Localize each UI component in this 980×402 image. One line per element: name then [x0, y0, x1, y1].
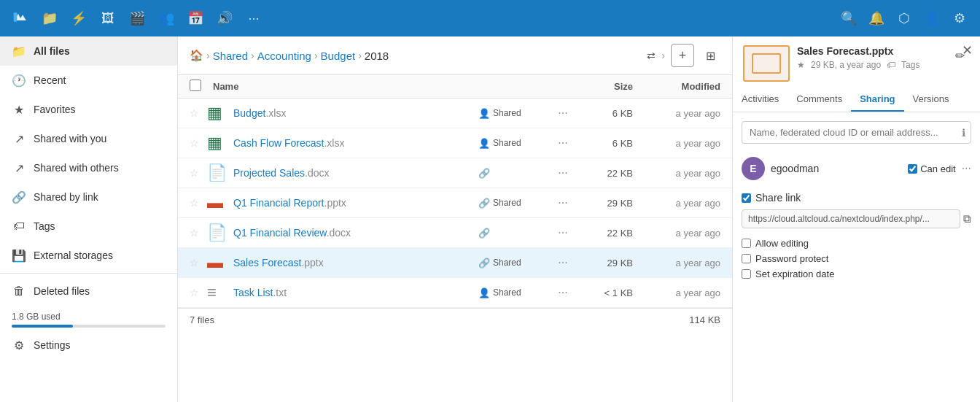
table-row[interactable]: ☆ ▬ Sales Forecast.pptx 🔗Shared ··· 29 K… — [178, 248, 732, 278]
star-icon: ★ — [12, 102, 26, 117]
share-option-set-expiration[interactable]: Set expiration date — [742, 266, 971, 282]
favorite-star[interactable]: ☆ — [190, 227, 207, 239]
file-more-button[interactable]: ··· — [551, 256, 575, 269]
sidebar-item-shared-with-you[interactable]: ↗ Shared with you — [0, 124, 177, 153]
file-basename[interactable]: Q1 Financial Report — [233, 197, 324, 209]
nav-activity[interactable]: ⚡ — [66, 5, 92, 31]
breadcrumb-budget[interactable]: Budget — [321, 50, 356, 62]
table-row[interactable]: ☆ ▦ Cash Flow Forecast.xlsx 👤Shared ··· … — [178, 128, 732, 158]
info-icon: ℹ — [962, 127, 965, 139]
file-size: 29 KB — [575, 198, 633, 209]
col-modified-header[interactable]: Modified — [633, 81, 720, 92]
sidebar-item-all-files[interactable]: 📁 All files — [0, 36, 177, 66]
file-more-button[interactable]: ··· — [551, 166, 575, 179]
shared-label: Shared — [493, 138, 521, 148]
file-basename[interactable]: Cash Flow Forecast — [233, 137, 324, 149]
share-search-input[interactable] — [742, 121, 971, 144]
file-name: Task List.txt — [233, 287, 478, 298]
nav-calendar[interactable]: 📅 — [182, 5, 209, 31]
nav-audio[interactable]: 🔊 — [211, 5, 238, 31]
file-basename[interactable]: Task List — [233, 287, 273, 298]
file-more-button[interactable]: ··· — [551, 196, 575, 209]
sidebar-item-shared-with-others[interactable]: ↗ Shared with others — [0, 153, 177, 182]
file-more-button[interactable]: ··· — [551, 226, 575, 239]
share-option-allow-editing[interactable]: Allow editing — [742, 236, 971, 251]
nav-video[interactable]: 🎬 — [124, 5, 150, 31]
file-modified: a year ago — [633, 228, 720, 239]
nav-more[interactable]: ··· — [241, 5, 267, 31]
share-link-checkbox[interactable] — [742, 193, 751, 203]
sidebar-item-deleted-files[interactable]: 🗑 Deleted files — [0, 277, 177, 306]
sidebar: 📁 All files 🕐 Recent ★ Favorites ↗ Share… — [0, 36, 178, 402]
share-link-input[interactable] — [742, 209, 960, 228]
can-edit-checkbox[interactable] — [908, 164, 917, 174]
file-more-button[interactable]: ··· — [551, 136, 575, 150]
file-basename[interactable]: Budget — [233, 107, 265, 119]
sidebar-item-settings[interactable]: ⚙ Settings — [0, 331, 177, 360]
nav-files[interactable]: 📁 — [36, 5, 63, 31]
panel-close-button[interactable]: ✕ — [962, 42, 973, 58]
col-size-header[interactable]: Size — [575, 81, 633, 92]
set-expiration-checkbox[interactable] — [742, 269, 751, 279]
copy-link-icon[interactable]: ⧉ — [963, 212, 971, 225]
select-all-checkbox[interactable] — [190, 80, 201, 91]
sidebar-label-shared-by-link: Shared by link — [34, 191, 98, 203]
account-icon[interactable]: 👤 — [919, 5, 945, 31]
favorite-star[interactable]: ☆ — [190, 167, 207, 179]
apps-icon[interactable]: ⬡ — [891, 5, 917, 31]
sidebar-item-recent[interactable]: 🕐 Recent — [0, 66, 177, 95]
panel-tabs: Activities Comments Sharing Versions — [733, 88, 980, 112]
nav-contacts[interactable]: 👥 — [153, 5, 179, 31]
breadcrumb-share-icon[interactable]: ⇄ — [647, 50, 656, 61]
file-basename[interactable]: Projected Sales — [233, 167, 305, 179]
file-rows: ☆ ▦ Budget.xlsx 👤Shared ··· 6 KB a year … — [178, 98, 732, 308]
favorite-star[interactable]: ☆ — [190, 137, 207, 149]
file-more-button[interactable]: ··· — [551, 286, 575, 299]
allow-editing-checkbox[interactable] — [742, 239, 751, 248]
notifications-icon[interactable]: 🔔 — [863, 5, 890, 31]
breadcrumb-home[interactable]: 🏠 — [190, 49, 203, 62]
table-row[interactable]: ☆ ≡ Task List.txt 👤Shared ··· < 1 KB a y… — [178, 278, 732, 308]
user-more-button[interactable]: ··· — [962, 162, 971, 175]
tab-comments[interactable]: Comments — [788, 88, 851, 112]
table-row[interactable]: ☆ ▦ Budget.xlsx 👤Shared ··· 6 KB a year … — [178, 98, 732, 128]
file-basename[interactable]: Sales Forecast — [233, 257, 301, 268]
tab-activities[interactable]: Activities — [733, 88, 788, 112]
tags-label[interactable]: Tags — [901, 60, 919, 70]
sidebar-item-tags[interactable]: 🏷 Tags — [0, 212, 177, 241]
search-icon[interactable]: 🔍 — [836, 5, 862, 31]
nav-photos[interactable]: 🖼 — [95, 5, 121, 31]
breadcrumb-accounting[interactable]: Accounting — [257, 50, 311, 62]
password-protect-checkbox[interactable] — [742, 254, 751, 263]
file-more-button[interactable]: ··· — [551, 107, 575, 120]
app-logo[interactable] — [7, 5, 34, 31]
col-name-header[interactable]: Name — [213, 81, 478, 92]
grid-view-button[interactable]: ⊞ — [700, 45, 720, 66]
favorite-star[interactable]: ☆ — [190, 287, 207, 298]
file-basename[interactable]: Q1 Financial Review — [233, 227, 327, 239]
settings-icon[interactable]: ⚙ — [946, 5, 973, 31]
favorite-star[interactable]: ☆ — [190, 197, 207, 209]
file-share-status: 🔗Shared — [478, 198, 551, 209]
sidebar-item-shared-by-link[interactable]: 🔗 Shared by link — [0, 182, 177, 212]
favorite-star[interactable]: ☆ — [190, 257, 207, 268]
favorite-star[interactable]: ☆ — [190, 107, 207, 119]
tab-versions[interactable]: Versions — [904, 88, 958, 112]
table-row[interactable]: ☆ 📄 Projected Sales.docx 🔗 ··· 22 KB a y… — [178, 158, 732, 188]
sidebar-item-external-storages[interactable]: 💾 External storages — [0, 241, 177, 270]
share-link-toggle[interactable]: Share link — [742, 192, 971, 204]
tab-sharing[interactable]: Sharing — [851, 88, 903, 112]
table-row[interactable]: ☆ 📄 Q1 Financial Review.docx 🔗 ··· 22 KB… — [178, 218, 732, 248]
user-avatar: E — [742, 157, 765, 180]
table-row[interactable]: ☆ ▬ Q1 Financial Report.pptx 🔗Shared ···… — [178, 188, 732, 218]
star-icon-panel[interactable]: ★ — [797, 60, 805, 70]
breadcrumb-shared[interactable]: Shared — [213, 50, 248, 62]
file-share-status: 🔗Shared — [478, 258, 551, 268]
can-edit-label: Can edit — [920, 163, 955, 174]
file-modified: a year ago — [633, 168, 720, 179]
sidebar-item-favorites[interactable]: ★ Favorites — [0, 95, 177, 124]
share-option-password-protect[interactable]: Password protect — [742, 251, 971, 266]
tag-icon-panel[interactable]: 🏷 — [887, 60, 895, 70]
user-permission: Can edit — [908, 163, 955, 174]
add-file-button[interactable]: + — [671, 44, 694, 67]
